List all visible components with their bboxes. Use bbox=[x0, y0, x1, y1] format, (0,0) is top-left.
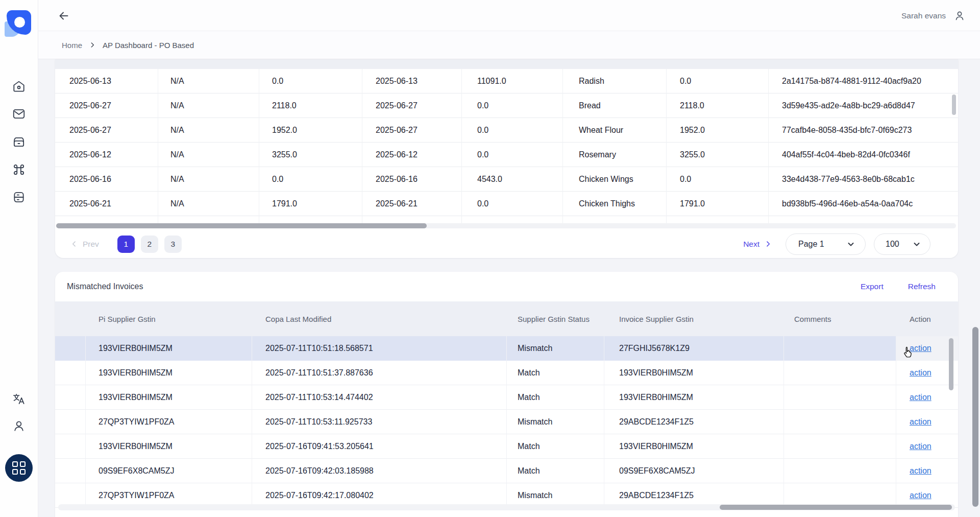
cell-pi-supplier-gstin: 09S9EF6X8CAM5ZJ bbox=[86, 459, 252, 483]
mismatched-table-vertical-scrollbar[interactable] bbox=[949, 338, 953, 390]
export-link[interactable]: Export bbox=[861, 282, 884, 291]
chevron-left-icon bbox=[70, 240, 78, 248]
cell-date: 2025-06-21 bbox=[55, 192, 158, 216]
cell-amount: 2118.0 bbox=[667, 93, 769, 118]
cell-comments bbox=[784, 459, 896, 483]
inbox-mail-icon[interactable] bbox=[12, 107, 26, 121]
action-link[interactable]: action bbox=[910, 344, 932, 353]
chevron-down-icon bbox=[847, 240, 855, 248]
home-icon[interactable] bbox=[12, 79, 26, 93]
breadcrumb-home-link[interactable]: Home bbox=[62, 41, 82, 50]
page-size-dropdown[interactable]: 100 bbox=[874, 233, 930, 255]
po-table-horizontal-scrollbar-thumb[interactable] bbox=[56, 223, 427, 228]
cell-value: N/A bbox=[158, 167, 259, 192]
page-button-2[interactable]: 2 bbox=[141, 236, 158, 253]
column-header-copa-last-modified: Copa Last Modified bbox=[252, 301, 507, 336]
pagination: Prev 1 2 3 Next Page 1 100 bbox=[55, 230, 958, 258]
column-header-comments: Comments bbox=[784, 301, 896, 336]
cell-comments bbox=[784, 434, 896, 459]
translate-icon[interactable] bbox=[12, 392, 26, 406]
command-icon[interactable] bbox=[12, 162, 26, 177]
apps-grid-icon bbox=[12, 461, 26, 475]
cell-invoice-supplier-gstin: 29ABCDE1234F1Z5 bbox=[604, 410, 784, 434]
mismatched-invoices-card: Mismatched Invoices Export Refresh Pi Su… bbox=[55, 272, 958, 517]
cell-date: 2025-06-12 bbox=[362, 143, 462, 167]
cell-date: 2025-06-21 bbox=[362, 192, 462, 216]
column-header-pi-supplier-gstin: Pi Supplier Gstin bbox=[86, 301, 252, 336]
cell-amount: 11091.0 bbox=[462, 69, 563, 93]
cell-invoice-supplier-gstin: 193VIERB0HIM5ZM bbox=[604, 434, 784, 459]
cell-comments bbox=[784, 385, 896, 410]
prev-page-button[interactable]: Prev bbox=[70, 240, 99, 249]
cell-date: 2025-06-13 bbox=[362, 69, 462, 93]
back-button[interactable] bbox=[58, 10, 70, 22]
cell-date: 2025-06-16 bbox=[55, 167, 158, 192]
cell-copa-last-modified: 2025-07-11T10:53:11.925733 bbox=[252, 410, 507, 434]
sidebar bbox=[0, 0, 38, 517]
mismatched-table-horizontal-scrollbar-thumb[interactable] bbox=[720, 505, 952, 510]
invoice-table-row: 193VIERB0HIM5ZM 2025-07-16T09:41:53.2056… bbox=[55, 434, 958, 459]
cell-copa-last-modified: 2025-07-11T10:53:14.474402 bbox=[252, 385, 507, 410]
invoice-table-row: 09S9EF6X8CAM5ZJ 2025-07-16T09:42:03.1859… bbox=[55, 459, 958, 483]
invoice-table-row: 27QP3TYIW1PF0ZA 2025-07-11T10:53:11.9257… bbox=[55, 410, 958, 434]
cell-amount: 1791.0 bbox=[259, 192, 362, 216]
user-menu[interactable]: Sarah evans bbox=[901, 0, 966, 31]
cell-date: 2025-06-27 bbox=[362, 93, 462, 118]
cell-amount: 0.0 bbox=[462, 143, 563, 167]
profile-icon[interactable] bbox=[12, 419, 26, 433]
cell-item-name: Wheat Flour bbox=[563, 118, 667, 143]
apps-launcher-button[interactable] bbox=[5, 454, 33, 482]
cell-date: 2025-06-16 bbox=[362, 167, 462, 192]
topbar: Sarah evans bbox=[38, 0, 980, 31]
refresh-link[interactable]: Refresh bbox=[908, 282, 936, 291]
cell-amount: 0.0 bbox=[462, 118, 563, 143]
cell-amount: 0.0 bbox=[667, 167, 769, 192]
cell-item-name: Radish bbox=[563, 69, 667, 93]
action-link[interactable]: action bbox=[910, 417, 932, 426]
archive-drawer-icon[interactable] bbox=[12, 135, 26, 149]
cell-supplier-gstin-status: Mismatch bbox=[507, 410, 604, 434]
cell-invoice-supplier-gstin: 09S9EF6X8CAM5ZJ bbox=[604, 459, 784, 483]
cell-item-name: Bread bbox=[563, 93, 667, 118]
cell-amount: 3255.0 bbox=[259, 143, 362, 167]
cell-amount: 1791.0 bbox=[667, 192, 769, 216]
cell-invoice-supplier-gstin: 193VIERB0HIM5ZM bbox=[604, 385, 784, 410]
page-button-3[interactable]: 3 bbox=[164, 236, 182, 253]
cell-uuid: 3d59e435-ad2e-4a8b-bc29-a6d8d47 bbox=[769, 93, 958, 118]
action-link[interactable]: action bbox=[910, 393, 932, 402]
column-header-invoice-supplier-gstin: Invoice Supplier Gstin bbox=[604, 301, 784, 336]
database-icon[interactable] bbox=[12, 190, 26, 204]
cell-uuid: 77cafb4e-8058-435d-bfc7-0f69c273 bbox=[769, 118, 958, 143]
cell-action: action bbox=[896, 410, 958, 434]
po-table-row: 2025-06-27 N/A 1952.0 2025-06-27 0.0 Whe… bbox=[55, 118, 958, 143]
cell-amount: 0.0 bbox=[462, 93, 563, 118]
po-table-row: 2025-06-21 N/A 1791.0 2025-06-21 0.0 Chi… bbox=[55, 192, 958, 216]
cell-uuid: bd938bf5-496d-46eb-a54a-0aa704c bbox=[769, 192, 958, 216]
action-link[interactable]: action bbox=[910, 442, 932, 451]
next-page-button[interactable]: Next bbox=[743, 240, 772, 249]
page-select-dropdown[interactable]: Page 1 bbox=[786, 233, 866, 255]
mismatched-table: 193VIERB0HIM5ZM 2025-07-11T10:51:18.5685… bbox=[55, 336, 958, 508]
po-table-vertical-scrollbar[interactable] bbox=[952, 95, 956, 115]
cell-value: N/A bbox=[158, 69, 259, 93]
column-header-action: Action bbox=[896, 301, 958, 336]
breadcrumb: Home AP Dashboard - PO Based bbox=[38, 31, 980, 59]
action-link[interactable]: action bbox=[910, 491, 932, 500]
chevron-right-icon bbox=[89, 41, 96, 49]
action-link[interactable]: action bbox=[910, 466, 932, 475]
cell-copa-last-modified: 2025-07-11T10:51:18.568571 bbox=[252, 336, 507, 361]
cell-invoice-supplier-gstin: 27FGHIJ5678K1Z9 bbox=[604, 336, 784, 361]
action-link[interactable]: action bbox=[910, 368, 932, 377]
invoice-table-row: 193VIERB0HIM5ZM 2025-07-11T10:51:37.8876… bbox=[55, 361, 958, 385]
cell-pi-supplier-gstin: 193VIERB0HIM5ZM bbox=[86, 385, 252, 410]
cell-invoice-supplier-gstin: 193VIERB0HIM5ZM bbox=[604, 361, 784, 385]
column-header-supplier-gstin-status: Supplier Gstin Status bbox=[507, 301, 604, 336]
mismatched-invoices-title: Mismatched Invoices bbox=[67, 282, 143, 291]
user-avatar-icon bbox=[953, 10, 966, 22]
po-table-row: 2025-06-16 N/A 0.0 2025-06-16 4543.0 Chi… bbox=[55, 167, 958, 192]
cell-amount: 4543.0 bbox=[462, 167, 563, 192]
cell-comments bbox=[784, 361, 896, 385]
invoice-table-row: 193VIERB0HIM5ZM 2025-07-11T10:51:18.5685… bbox=[55, 336, 958, 361]
page-button-1[interactable]: 1 bbox=[117, 236, 135, 253]
page-vertical-scrollbar[interactable] bbox=[972, 327, 978, 507]
